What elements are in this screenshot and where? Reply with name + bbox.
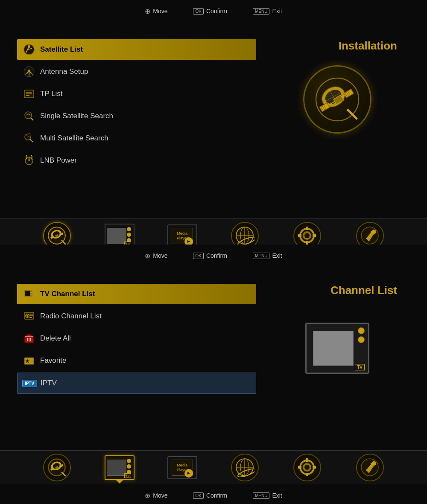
menu-badge: MENU [253, 8, 269, 15]
satellite-list-label: Satellite List [40, 45, 83, 54]
svg-rect-70 [30, 294, 32, 296]
bottom2-move-icon: ⊕ [145, 492, 150, 500]
installation-right-section: Installation [265, 31, 410, 210]
bottom2-exit-control: MENU Exit [253, 492, 282, 499]
move-icon: ⊕ [145, 7, 150, 15]
bottom2-menu-badge: MENU [253, 492, 269, 499]
radio-channel-list-label: Radio Channel List [40, 312, 102, 320]
bottom2-exit-label: Exit [272, 492, 282, 499]
channel-list-menu: TV Channel List Radio Channel List [17, 275, 256, 442]
satellite-list-icon [23, 44, 35, 55]
menu-item-multi-satellite-search[interactable]: Multi Satellite Search [17, 128, 256, 149]
iptv-badge: IPTV [22, 380, 37, 387]
svg-rect-67 [25, 291, 30, 296]
installation-large-icon [303, 65, 371, 134]
menu-item-single-satellite-search[interactable]: Single Satellite Search [17, 106, 256, 126]
delete-all-label: Delete All [40, 334, 71, 343]
top-panel: ⊕ Move OK Confirm MENU Exit [0, 0, 427, 243]
confirm-label: Confirm [206, 8, 227, 15]
bottom-icon-bar: TV MediaPlayer ▶ [0, 450, 427, 484]
menu-item-iptv[interactable]: IPTV IPTV [17, 373, 256, 394]
channel-list-right-section: Channel List TV [265, 275, 410, 442]
menu-item-favorite[interactable]: ★ Favorite [17, 350, 256, 371]
tv-channel-list-label: TV Channel List [40, 290, 95, 298]
bottom-move-icon: ⊕ [145, 252, 150, 260]
delete-all-icon [23, 332, 35, 344]
bottom-ok-badge: OK [193, 253, 203, 259]
svg-rect-69 [30, 293, 32, 294]
menu-item-radio-channel-list[interactable]: Radio Channel List [17, 306, 256, 326]
channel-list-title: Channel List [330, 284, 410, 297]
bottom-menu-badge: MENU [253, 253, 269, 259]
bottom2-confirm-control: OK Confirm [193, 492, 227, 499]
iptv-icon: IPTV [23, 377, 35, 389]
bottom-icon-bar-installation[interactable] [40, 453, 74, 483]
bottom2-confirm-label: Confirm [206, 492, 227, 499]
svg-text:★: ★ [25, 358, 30, 364]
bottom-status-bar-2: ⊕ Move OK Confirm MENU Exit [0, 484, 427, 504]
favorite-label: Favorite [40, 356, 66, 365]
svg-rect-57 [313, 234, 316, 237]
ok-badge: OK [193, 8, 203, 15]
svg-rect-56 [298, 234, 301, 237]
svg-rect-55 [306, 241, 308, 245]
svg-point-11 [25, 112, 32, 119]
tp-list-icon [23, 88, 35, 100]
lnb-power-icon [23, 154, 35, 166]
exit-label: Exit [272, 8, 282, 15]
menu-item-satellite-list[interactable]: Satellite List [17, 39, 256, 60]
multi-satellite-search-label: Multi Satellite Search [40, 134, 108, 143]
svg-point-2 [28, 45, 30, 48]
installation-menu: Satellite List Antenna Setup [17, 31, 256, 210]
bottom-gear-bar-icon [293, 454, 321, 481]
media-player-bar-icon: MediaPlayer ▶ [167, 224, 197, 248]
bottom-confirm-label: Confirm [206, 252, 227, 259]
svg-rect-106 [313, 466, 316, 469]
bottom2-move-label: Move [153, 492, 167, 499]
menu-item-tp-list[interactable]: TP List [17, 84, 256, 104]
bottom-icon-bar-internet[interactable] [228, 453, 262, 483]
menu-item-delete-all[interactable]: Delete All [17, 328, 256, 349]
svg-point-6 [28, 70, 30, 71]
single-satellite-search-label: Single Satellite Search [40, 112, 113, 120]
bottom-move-label: Move [153, 252, 167, 259]
svg-point-53 [304, 233, 310, 238]
tv-channel-list-icon [23, 288, 35, 300]
svg-line-14 [30, 139, 33, 142]
bottom-icon-bar-media-player[interactable]: MediaPlayer ▶ [165, 453, 199, 483]
svg-rect-68 [30, 291, 32, 292]
confirm-control: OK Confirm [193, 8, 227, 15]
bottom-icon-bar-channel-list[interactable]: TV [102, 453, 137, 483]
antenna-icon [23, 66, 35, 78]
svg-rect-104 [306, 473, 308, 476]
menu-item-tv-channel-list[interactable]: TV Channel List [17, 284, 256, 304]
installation-title: Installation [339, 39, 410, 52]
favorite-icon: ★ [23, 355, 35, 367]
bottom-content-area: TV Channel List Radio Channel List [0, 267, 427, 450]
channel-list-tv-display: TV [305, 323, 369, 374]
lnb-power-label: LNB Power [40, 156, 77, 165]
tp-list-label: TP List [40, 90, 63, 98]
menu-item-lnb-power[interactable]: LNB Power [17, 150, 256, 171]
bottom-exit-label: Exit [272, 252, 282, 259]
svg-rect-54 [306, 227, 308, 230]
bottom-installation-bar-icon [43, 454, 71, 481]
bottom-tools-bar-icon [356, 454, 384, 481]
bottom2-move-control: ⊕ Move [145, 492, 167, 500]
bottom-panel: ⊕ Move OK Confirm MENU Exit [0, 245, 427, 504]
menu-item-antenna-setup[interactable]: Antenna Setup [17, 61, 256, 82]
svg-rect-103 [306, 458, 308, 462]
svg-rect-78 [27, 335, 31, 336]
multi-search-icon [23, 132, 35, 144]
svg-point-73 [26, 315, 28, 317]
single-search-icon [23, 110, 35, 122]
svg-point-15 [28, 134, 31, 137]
svg-point-102 [304, 465, 310, 470]
bottom-icon-bar-settings[interactable] [290, 453, 325, 483]
exit-control: MENU Exit [253, 8, 282, 15]
bottom-exit-control: MENU Exit [253, 252, 282, 259]
bottom-icon-bar-tools[interactable] [353, 453, 387, 483]
svg-line-12 [31, 118, 33, 120]
top-content-area: Satellite List Antenna Setup [0, 22, 427, 218]
antenna-setup-label: Antenna Setup [40, 67, 88, 76]
